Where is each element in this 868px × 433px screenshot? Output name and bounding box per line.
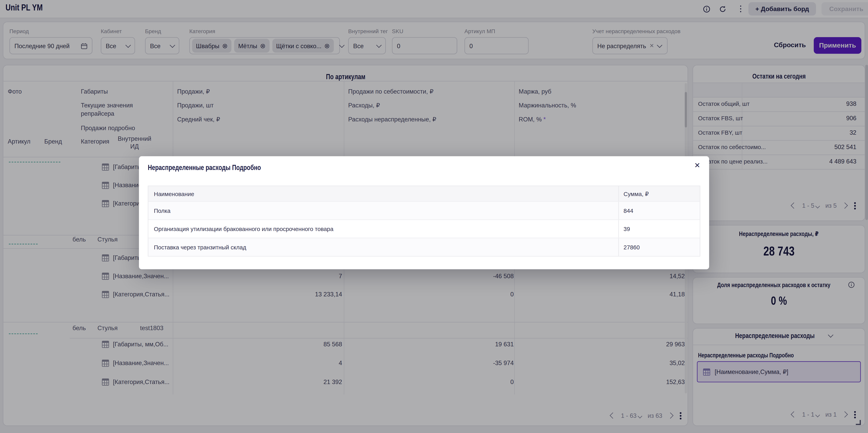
modal-col-name: Наименование xyxy=(148,186,619,201)
close-icon[interactable]: ✕ xyxy=(694,162,700,169)
expense-name: Поставка через транзитный склад xyxy=(148,238,619,256)
modal-table: Наименование Сумма, ₽ Полка 844 Организа… xyxy=(148,185,700,257)
modal-table-row: Полка 844 xyxy=(148,201,700,220)
expense-sum: 39 xyxy=(619,220,700,238)
expense-name: Полка xyxy=(148,202,619,219)
modal-table-row: Поставка через транзитный склад 27860 xyxy=(148,238,700,256)
dashboard-page: Unit PL YM + Добавить борд Сохранить Пер… xyxy=(0,0,868,433)
expense-sum: 844 xyxy=(619,202,700,219)
modal-title: Нераспределенные расходы Подробно xyxy=(148,162,289,172)
expense-sum: 27860 xyxy=(619,238,700,256)
modal-col-sum: Сумма, ₽ xyxy=(619,186,700,201)
unalloc-expenses-modal: Нераспределенные расходы Подробно ✕ Наим… xyxy=(139,156,709,269)
modal-table-row: Организация утилизации бракованного или … xyxy=(148,219,700,238)
modal-table-header: Наименование Сумма, ₽ xyxy=(148,186,700,201)
expense-name: Организация утилизации бракованного или … xyxy=(148,220,619,238)
